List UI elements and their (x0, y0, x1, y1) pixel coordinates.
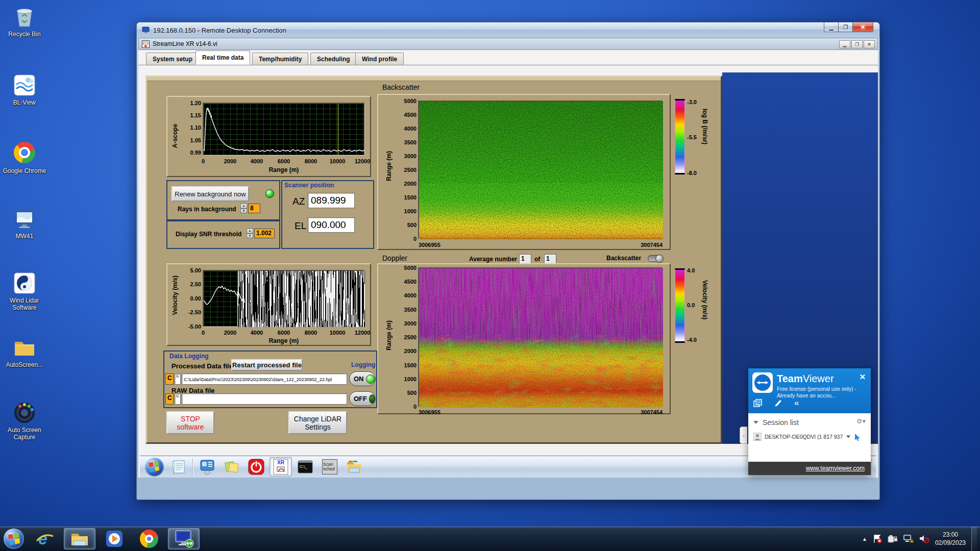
host-media-player-icon[interactable] (99, 528, 130, 549)
host-network-icon[interactable] (903, 534, 914, 543)
rdp-maximize-button[interactable]: ❐ (838, 22, 853, 32)
graph-cursor-line[interactable] (338, 104, 338, 156)
session-row[interactable]: DESKTOP-OE0QDVI (1 817 937 (753, 433, 861, 441)
raw-path-icon[interactable]: ⎘ (175, 393, 181, 405)
bs-ytick: 1000 (399, 208, 416, 214)
tab-real-time-data[interactable]: Real time data (195, 51, 250, 65)
desktop-icon-autoscreen[interactable]: AutoScreen... (1, 336, 48, 368)
rays-value-field[interactable]: 8 (248, 204, 260, 213)
az-value-field[interactable]: 089.999 (308, 193, 355, 208)
stop-software-button[interactable]: STOP software (166, 411, 214, 434)
teamviewer-website-link[interactable]: www.teamviewer.com (806, 465, 865, 472)
rays-spinner[interactable]: ▲▼ (240, 204, 247, 213)
labview-minimize-button[interactable]: ▁ (839, 40, 850, 48)
of-label: of (534, 256, 540, 263)
teamviewer-session-area: Session list ⚙▾ DESKTOP-OE0QDVI (1 817 9… (748, 413, 871, 462)
restart-processed-file-button[interactable]: Restart processed file (231, 359, 303, 371)
logging-label: Logging (351, 361, 375, 368)
teamviewer-expander-tab[interactable]: › (740, 427, 747, 444)
connect-cursor-icon[interactable] (854, 433, 861, 441)
average-number-field[interactable]: 1 (519, 254, 531, 264)
host-clock[interactable]: 23:00 02/09/2023 (935, 531, 966, 547)
ascope-xtick: 0 (193, 158, 213, 164)
folder-icon (13, 336, 36, 359)
processed-drive-box[interactable]: C (165, 373, 174, 385)
ascope-plot[interactable] (203, 103, 364, 155)
bs-ytick: 3000 (399, 153, 416, 159)
host-start-button[interactable] (2, 528, 26, 549)
bs-ytick: 500 (399, 222, 416, 228)
on-led (366, 374, 375, 384)
remote-notepad-icon[interactable] (167, 457, 190, 477)
tab-wind-profile[interactable]: Wind profile (355, 53, 404, 65)
renew-background-button[interactable]: Renew background now (172, 186, 249, 202)
desktop-icon-wind-lidar[interactable]: Wind Lidar Software (1, 271, 48, 311)
az-label: AZ (292, 196, 305, 207)
tab-temp-humidity[interactable]: Temp/humidity (252, 53, 308, 65)
teamviewer-close-icon[interactable]: ✕ (859, 372, 866, 382)
host-volume-muted-icon[interactable] (919, 534, 929, 543)
host-action-center-icon[interactable] (873, 534, 882, 543)
host-explorer-icon[interactable] (64, 528, 95, 549)
labview-close-button[interactable]: ✕ (864, 40, 875, 48)
dp-ytick: 5000 (399, 265, 416, 271)
processed-path-icon[interactable]: ⎘ (175, 373, 181, 385)
remote-cmd-icon[interactable]: C:\_ (294, 457, 316, 477)
desktop-icon-google-chrome[interactable]: Google Chrome (1, 141, 48, 174)
average-total-field[interactable]: 1 (544, 254, 556, 264)
rdp-minimize-button[interactable]: ▁ (824, 22, 839, 32)
snr-value-field[interactable]: 1.002 (254, 229, 275, 238)
labview-restore-button[interactable]: ❐ (851, 40, 863, 48)
vel-ylabel: Velocity (m/s) (172, 276, 179, 315)
teamviewer-sessions-icon[interactable] (753, 399, 763, 407)
el-value-field[interactable]: 090.000 (308, 217, 355, 233)
processed-path-field[interactable]: C:\Lidar\Data\Proc\2023\202309\20230902\… (182, 373, 347, 385)
processed-logging-on-button[interactable]: ON (349, 371, 376, 386)
ascope-xtick: 10000 (327, 158, 348, 164)
change-lidar-settings-button[interactable]: Change LiDAR Settings (288, 411, 347, 434)
snr-spinner[interactable]: ▲▼ (247, 229, 253, 238)
backscatter-heatmap[interactable] (419, 101, 663, 239)
remote-sticky-notes-icon[interactable] (220, 457, 243, 477)
desktop-icon-recycle-bin[interactable]: Recycle Bin (1, 5, 48, 38)
remote-folder-icon[interactable] (343, 457, 365, 477)
raw-path-field[interactable] (182, 393, 347, 405)
vel-ytick: -5.00 (180, 323, 201, 330)
data-logging-group: Data Logging Processed Data file Restart… (163, 350, 377, 408)
average-number-label: Average number (469, 256, 517, 263)
show-desktop-button[interactable] (971, 527, 977, 551)
tab-system-setup[interactable]: System setup (146, 53, 199, 65)
host-tray-expand-icon[interactable]: ▲ (862, 536, 867, 542)
session-settings-gear-icon[interactable]: ⚙▾ (856, 417, 866, 425)
remote-control-panel-icon[interactable] (196, 457, 218, 477)
raw-logging-off-button[interactable]: OFF (349, 391, 376, 406)
remote-start-button[interactable] (143, 457, 165, 477)
teamviewer-collapse-icon[interactable]: « (794, 400, 799, 406)
rdp-titlebar[interactable]: 192.168.0.150 - Remote Desktop Connectio… (137, 22, 879, 38)
remote-scan-sched-icon[interactable]: Scan sched (318, 457, 341, 477)
snr-group: Display SNR threshold ▲▼ 1.002 (166, 220, 280, 249)
labview-titlebar[interactable]: StreamLine XR v14-6.vi ▁ ❐ ✕ (138, 38, 878, 50)
doppler-heatmap[interactable] (419, 268, 663, 407)
host-ie-icon[interactable]: e (29, 528, 61, 549)
teamviewer-brush-icon[interactable] (774, 399, 783, 407)
remote-streamline-xr-icon[interactable]: XR (270, 457, 292, 477)
host-battery-icon[interactable] (888, 534, 898, 543)
raw-drive-box[interactable]: C (165, 393, 174, 405)
dp-cb-tick: 4.0 (687, 267, 695, 273)
backscatter-toggle-label: Backscatter (606, 255, 641, 262)
desktop-icon-auto-screen-capture[interactable]: Auto Screen Capture (1, 401, 48, 441)
session-list-header[interactable]: Session list (753, 418, 799, 427)
backscatter-toggle-switch[interactable] (648, 255, 663, 262)
rdp-close-button[interactable]: ✕ (852, 22, 873, 32)
desktop-icon-bl-view[interactable]: BL-View (1, 73, 48, 106)
tab-scheduling[interactable]: Scheduling (310, 53, 357, 65)
velocity-plot[interactable] (203, 270, 364, 327)
remote-power-stop-icon[interactable] (245, 457, 267, 477)
desktop-icon-mw41[interactable]: MW41 (1, 207, 48, 240)
front-panel: 1.20 1.15 1.10 1.05 0.99 0 2000 4000 600… (145, 76, 722, 444)
bs-cb-tick: -3.0 (687, 99, 697, 105)
teamviewer-footer: www.teamviewer.com (748, 462, 871, 475)
host-rdp-icon[interactable] (168, 528, 200, 549)
host-chrome-icon[interactable] (133, 528, 165, 549)
